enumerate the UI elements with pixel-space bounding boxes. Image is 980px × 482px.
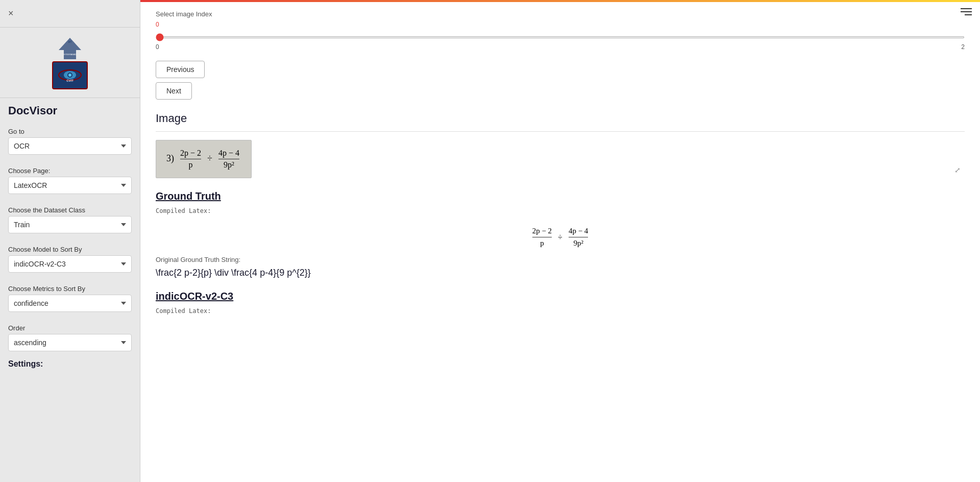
expand-icon[interactable]: ⤢ — [954, 166, 961, 174]
compiled-latex-label: Compiled Latex: — [156, 207, 965, 214]
model-compiled-latex-label: Compiled Latex: — [156, 307, 965, 315]
slider-max: 2 — [961, 43, 965, 51]
choose-model-section: Choose Model to Sort By indicOCR-v2-C3 — [0, 237, 140, 277]
top-gradient-bar — [140, 0, 980, 2]
ground-truth-title: Ground Truth — [156, 190, 965, 202]
choose-page-label: Choose Page: — [8, 167, 132, 175]
original-gt-string: \frac{2 p-2}{p} \div \frac{4 p-4}{9 p^{2… — [156, 268, 965, 278]
image-divider — [156, 131, 965, 132]
main-content: Select image Index 0 0 2 Previous Next I… — [140, 0, 980, 482]
goto-label: Go to — [8, 128, 132, 135]
slider-value-top: 0 — [156, 21, 965, 28]
svg-text:IIIT: IIIT — [68, 40, 71, 43]
goto-section: Go to OCR — [0, 119, 140, 159]
svg-text:CVIT: CVIT — [66, 79, 74, 82]
choose-dataset-select[interactable]: Train — [8, 216, 132, 233]
image-container: 3) 2p − 2 p ÷ 4p − 4 9p² ⤢ — [156, 140, 965, 178]
choose-page-select[interactable]: LatexOCR — [8, 177, 132, 194]
choose-dataset-label: Choose the Dataset Class — [8, 206, 132, 214]
nav-buttons: Previous Next — [156, 61, 965, 100]
choose-page-section: Choose Page: LatexOCR — [0, 159, 140, 198]
slider-min: 0 — [156, 43, 159, 51]
close-button[interactable]: × — [8, 8, 14, 19]
formula-image: 3) 2p − 2 p ÷ 4p − 4 9p² — [156, 140, 252, 178]
next-button[interactable]: Next — [156, 82, 192, 100]
formula-image-text: 3) 2p − 2 p ÷ 4p − 4 9p² — [166, 153, 241, 163]
image-section-title: Image — [156, 112, 965, 125]
slider-minmax: 0 2 — [156, 43, 965, 51]
model-title: indicOCR-v2-C3 — [156, 291, 965, 302]
slider-section: Select image Index 0 0 2 — [156, 10, 965, 51]
choose-dataset-section: Choose the Dataset Class Train — [0, 198, 140, 237]
app-title: DocVisor — [0, 98, 140, 119]
slider-wrapper — [156, 29, 965, 42]
sidebar: × IIIT HYDERABAD CVIT DocVis — [0, 0, 140, 482]
goto-select[interactable]: OCR — [8, 137, 132, 155]
previous-button[interactable]: Previous — [156, 61, 205, 78]
rendered-formula: 2p − 2 p ÷ 4p − 4 9p² — [156, 219, 965, 256]
choose-metrics-label: Choose Metrics to Sort By — [8, 285, 132, 293]
sidebar-header: × — [0, 0, 140, 28]
order-label: Order — [8, 324, 132, 332]
iiit-logo: IIIT HYDERABAD — [54, 36, 87, 61]
choose-metrics-section: Choose Metrics to Sort By confidence — [0, 277, 140, 316]
image-index-slider[interactable] — [156, 36, 965, 38]
model-section: indicOCR-v2-C3 Compiled Latex: — [156, 291, 965, 315]
logo-area: IIIT HYDERABAD CVIT — [0, 28, 140, 98]
original-gt-label: Original Ground Truth String: — [156, 256, 965, 263]
cvit-logo: CVIT — [52, 61, 88, 89]
menu-icon[interactable] — [961, 6, 972, 17]
settings-label: Settings: — [0, 355, 140, 373]
image-section: Image 3) 2p − 2 p ÷ 4p − 4 9p² — [156, 112, 965, 178]
ground-truth-section: Ground Truth Compiled Latex: 2p − 2 p ÷ … — [156, 190, 965, 278]
choose-model-label: Choose Model to Sort By — [8, 246, 132, 253]
svg-point-7 — [68, 74, 71, 77]
svg-text:HYDERABAD: HYDERABAD — [63, 53, 76, 56]
slider-label: Select image Index — [156, 10, 965, 18]
order-section: Order ascending — [0, 316, 140, 355]
choose-model-select[interactable]: indicOCR-v2-C3 — [8, 255, 132, 273]
order-select[interactable]: ascending — [8, 334, 132, 351]
choose-metrics-select[interactable]: confidence — [8, 295, 132, 312]
